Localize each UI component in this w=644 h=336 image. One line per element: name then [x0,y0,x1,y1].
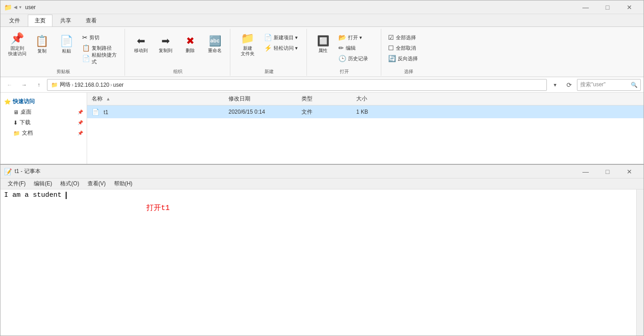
search-box[interactable]: 搜索"user" 🔍 [577,79,641,91]
sidebar-item-downloads[interactable]: ⬇ 下载 📌 [0,117,87,128]
header-date-label: 修改日期 [229,95,250,102]
close-button[interactable]: ✕ [619,0,640,14]
header-date[interactable]: 修改日期 [229,95,301,103]
copy-path-label: 复制路径 [92,45,112,52]
open-button[interactable]: 📂 打开 ▾ [336,32,377,42]
notepad-menu-help[interactable]: 帮助(H) [110,179,136,189]
notepad-maximize-button[interactable]: □ [597,165,618,178]
easy-access-button[interactable]: ⚡ 轻松访问 ▾ [262,43,303,53]
notepad-title-controls: — □ ✕ [575,165,640,178]
dropdown-button[interactable]: ▾ [549,79,561,91]
desktop-label: 桌面 [21,108,31,116]
quick-access-label: 快速访问 [13,98,35,105]
notepad-scrollbar[interactable] [636,189,644,336]
history-button[interactable]: 🕒 历史记录 [336,53,377,63]
clipboard-content: 📌 固定到快速访问 📋 复制 📄 粘贴 ✂ 剪切 [6,29,121,68]
documents-label: 文档 [22,129,33,137]
sidebar-item-desktop[interactable]: 🖥 桌面 📌 [0,107,87,117]
file-table-header[interactable]: 名称 ▲ 修改日期 类型 大小 [87,93,644,105]
header-name[interactable]: 名称 ▲ [92,95,229,103]
new-content: 📁 新建文件夹 📄 新建项目 ▾ ⚡ 轻松访问 ▾ [235,29,303,68]
pin-button[interactable]: 📌 固定到快速访问 [6,31,29,58]
new-folder-button[interactable]: 📁 新建文件夹 [235,31,260,58]
edit-label: 编辑 [346,45,356,52]
properties-button[interactable]: 🔲 属性 [312,31,334,58]
file-size: 1 KB [356,109,368,115]
cut-button[interactable]: ✂ 剪切 [80,32,121,42]
desktop-icon: 🖥 [13,109,19,116]
notepad-close-button[interactable]: ✕ [619,165,640,178]
easy-access-label: 轻松访问 ▾ [274,45,298,52]
edit-button[interactable]: ✏ 编辑 [336,43,377,53]
forward-button[interactable]: → [18,79,31,91]
move-button[interactable]: ⬅ 移动到 [130,31,152,58]
file-name: t1 [104,109,108,116]
select-all-button[interactable]: ☑ 全部选择 [386,32,431,42]
paste-shortcut-button[interactable]: 📄 粘贴快捷方式 [80,53,121,63]
file-date-cell: 2020/6/15 0:14 [229,109,301,115]
ribbon-toolbar: 📌 固定到快速访问 📋 复制 📄 粘贴 ✂ 剪切 [0,27,644,77]
notepad-menu-file[interactable]: 文件(F) [4,179,29,189]
copy-button[interactable]: 📋 复制 [31,31,53,58]
open-small-col: 📂 打开 ▾ ✏ 编辑 🕒 历史记录 [336,31,377,63]
notepad-title-bar: 📝 t1 - 记事本 — □ ✕ [0,165,644,178]
tab-home[interactable]: 主页 [28,15,52,26]
paste-label: 粘贴 [62,48,71,54]
search-placeholder: 搜索"user" [580,81,606,89]
sidebar-item-documents[interactable]: 📁 文档 📌 [0,128,87,138]
new-folder-label: 新建文件夹 [241,46,254,57]
address-path[interactable]: 📁 网络 › 192.168.0.120 › user [47,79,547,91]
path-user: user [113,82,124,88]
tab-share[interactable]: 共享 [53,15,78,26]
delete-button[interactable]: ✖ 删除 [179,31,202,58]
copy-to-button[interactable]: ➡ 复制到 [154,31,177,58]
rename-button[interactable]: 🔤 重命名 [203,31,226,58]
file-row-t1[interactable]: 📄 t1 2020/6/15 0:14 文件 1 KB [87,105,644,118]
new-item-label: 新建项目 ▾ [274,34,298,41]
organize-group: ⬅ 移动到 ➡ 复制到 ✖ 删除 🔤 重命名 组织 [126,29,230,76]
select-group: ☑ 全部选择 ☐ 全部取消 🔄 反向选择 选择 [382,29,435,76]
invert-select-button[interactable]: 🔄 反向选择 [386,53,431,63]
refresh-button[interactable]: ⟳ [563,79,575,91]
explorer-title: user [25,4,575,10]
invert-select-label: 反向选择 [398,55,418,62]
quick-access-icon: ⭐ [4,99,11,105]
file-type: 文件 [301,109,312,115]
header-size[interactable]: 大小 [356,95,402,103]
clipboard-group: 📌 固定到快速访问 📋 复制 📄 粘贴 ✂ 剪切 [2,29,125,76]
up-button[interactable]: ↑ [32,79,45,91]
notepad-annotation: 打开t1 [146,203,170,213]
select-content: ☑ 全部选择 ☐ 全部取消 🔄 反向选择 [386,29,431,68]
tab-file[interactable]: 文件 [2,15,27,26]
notepad-menu-view[interactable]: 查看(V) [84,179,109,189]
minimize-button[interactable]: — [575,0,596,14]
notepad-menu-edit[interactable]: 编辑(E) [30,179,56,189]
notepad-title: t1 - 记事本 [15,168,575,175]
notepad-menu-format[interactable]: 格式(O) [57,179,83,189]
paste-button[interactable]: 📄 粘贴 [55,31,78,58]
new-item-button[interactable]: 📄 新建项目 ▾ [262,32,303,42]
notepad-editor[interactable]: I am a student 打开t1 [0,189,636,336]
header-type[interactable]: 类型 [301,95,356,103]
path-ip: 192.168.0.120 [74,82,109,88]
text-cursor [66,192,67,199]
cut-icon: ✂ [82,34,88,41]
sidebar: ⭐ 快速访问 🖥 桌面 📌 ⬇ 下载 📌 📁 文档 📌 [0,93,87,164]
back-button[interactable]: ← [3,79,16,91]
file-content: 名称 ▲ 修改日期 类型 大小 📄 t1 [87,93,644,164]
path-network: 网络 [60,81,71,89]
notepad-minimize-button[interactable]: — [575,165,596,178]
copy-icon: 📋 [35,35,49,48]
deselect-all-button[interactable]: ☐ 全部取消 [386,43,431,53]
tab-view[interactable]: 查看 [79,15,104,26]
title-back-small: ◀ [14,5,17,10]
edit-icon: ✏ [338,44,344,52]
title-controls: — □ ✕ [575,0,640,14]
maximize-button[interactable]: □ [597,0,618,14]
notepad-content-area: I am a student 打开t1 [0,189,644,336]
history-icon: 🕒 [338,55,346,62]
open-content: 🔲 属性 📂 打开 ▾ ✏ 编辑 🕒 历史记录 [312,29,377,68]
path-sep-2: › [110,82,112,88]
file-icon: 📄 [92,108,99,116]
sidebar-item-quick-access[interactable]: ⭐ 快速访问 [0,96,87,107]
